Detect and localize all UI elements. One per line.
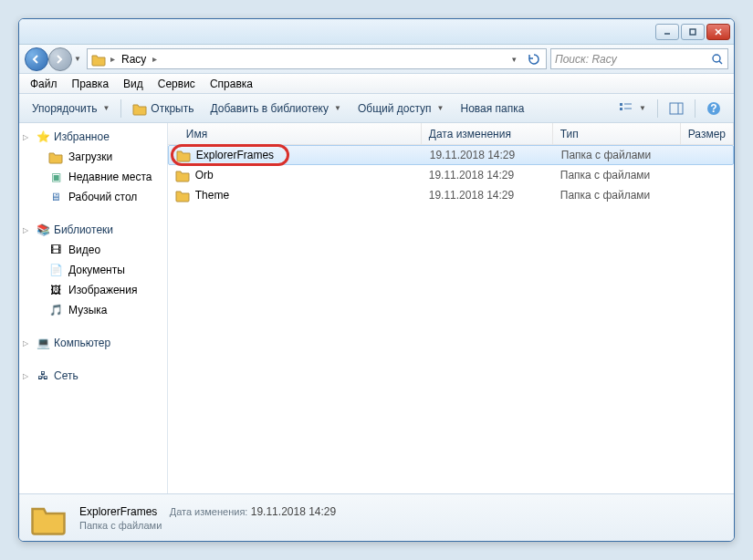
organize-button[interactable]: Упорядочить▼	[25, 99, 117, 118]
sidebar-item-music[interactable]: 🎵Музыка	[19, 300, 167, 320]
file-name: ExplorerFrames	[196, 149, 274, 161]
documents-icon: 📄	[48, 263, 63, 277]
table-row[interactable]: Orb19.11.2018 14:29Папка с файлами	[168, 165, 734, 185]
history-dropdown[interactable]: ▼	[72, 48, 83, 70]
details-pane: ExplorerFrames Дата изменения: 19.11.201…	[19, 493, 734, 541]
file-list: Имя Дата изменения Тип Размер ExplorerFr…	[168, 123, 734, 493]
pictures-icon: 🖼	[48, 283, 63, 297]
open-button[interactable]: Открыть	[125, 99, 201, 119]
add-library-button[interactable]: Добавить в библиотеку▼	[203, 99, 348, 118]
forward-button[interactable]	[48, 47, 72, 71]
computer-icon: 💻	[36, 336, 50, 350]
details-date: 19.11.2018 14:29	[251, 505, 336, 518]
libraries-icon: 📚	[36, 223, 50, 237]
sidebar-favorites-header[interactable]: ▷⭐Избранное	[19, 127, 167, 147]
sidebar-network-header[interactable]: ▷🖧Сеть	[19, 366, 167, 386]
svg-rect-4	[620, 103, 622, 106]
folder-icon	[175, 168, 190, 182]
minimize-button[interactable]	[655, 24, 679, 40]
file-type: Папка с файлами	[554, 149, 682, 161]
menu-help[interactable]: Справка	[203, 76, 260, 92]
desktop-icon: 🖥	[48, 190, 63, 204]
details-type: Папка с файлами	[79, 520, 336, 531]
view-icon	[619, 102, 633, 115]
search-placeholder: Поиск: Racy	[555, 53, 711, 66]
file-rows: ExplorerFrames19.11.2018 14:29Папка с фа…	[168, 145, 734, 493]
folder-icon	[175, 188, 190, 202]
recent-icon: ▣	[48, 170, 63, 184]
refresh-dropdown-icon[interactable]: ▾	[504, 55, 524, 64]
menu-file[interactable]: Файл	[23, 76, 65, 92]
help-button[interactable]: ?	[699, 99, 728, 119]
column-type[interactable]: Тип	[553, 123, 681, 144]
svg-rect-8	[670, 103, 683, 114]
star-icon: ⭐	[36, 130, 50, 144]
preview-pane-button[interactable]	[662, 99, 691, 118]
menu-tools[interactable]: Сервис	[151, 76, 203, 92]
file-name: Theme	[195, 189, 229, 202]
sidebar-item-desktop[interactable]: 🖥Рабочий стол	[19, 187, 167, 207]
file-date: 19.11.2018 14:29	[422, 169, 553, 181]
search-input[interactable]: Поиск: Racy	[550, 48, 728, 69]
main-area: ▷⭐Избранное Загрузки ▣Недавние места 🖥Ра…	[19, 123, 734, 493]
sidebar-item-documents[interactable]: 📄Документы	[19, 260, 167, 280]
column-date[interactable]: Дата изменения	[422, 123, 553, 144]
sidebar-libraries-header[interactable]: ▷📚Библиотеки	[19, 220, 167, 240]
search-icon	[711, 53, 724, 66]
table-row[interactable]: Theme19.11.2018 14:29Папка с файлами	[168, 185, 734, 205]
file-name: Orb	[195, 169, 214, 181]
svg-rect-1	[690, 29, 695, 35]
svg-rect-5	[620, 108, 622, 110]
folder-open-icon	[132, 101, 147, 116]
sidebar-item-downloads[interactable]: Загрузки	[19, 147, 167, 167]
downloads-icon	[48, 150, 63, 164]
column-size[interactable]: Размер	[681, 123, 734, 144]
music-icon: 🎵	[48, 303, 63, 317]
folder-icon	[176, 148, 191, 162]
breadcrumb-item[interactable]: Racy	[118, 53, 150, 66]
column-headers: Имя Дата изменения Тип Размер	[168, 123, 734, 145]
svg-point-2	[713, 55, 720, 62]
file-type: Папка с файлами	[553, 189, 681, 202]
details-date-label: Дата изменения:	[170, 506, 248, 517]
sidebar-item-pictures[interactable]: 🖼Изображения	[19, 280, 167, 300]
details-name: ExplorerFrames	[79, 505, 157, 518]
table-row[interactable]: ExplorerFrames19.11.2018 14:29Папка с фа…	[168, 145, 734, 165]
navigation-bar: ▼ ▸ Racy ▸ ▾ Поиск: Racy	[19, 45, 734, 74]
titlebar	[19, 19, 734, 45]
menu-bar: Файл Правка Вид Сервис Справка	[19, 74, 734, 94]
column-name[interactable]: Имя	[168, 123, 422, 144]
details-folder-icon	[30, 500, 67, 536]
svg-line-3	[719, 61, 722, 64]
folder-icon	[91, 52, 106, 67]
sidebar-computer-header[interactable]: ▷💻Компьютер	[19, 333, 167, 353]
back-button[interactable]	[25, 47, 48, 71]
new-folder-button[interactable]: Новая папка	[453, 99, 531, 118]
menu-edit[interactable]: Правка	[65, 76, 117, 92]
sidebar-item-video[interactable]: 🎞Видео	[19, 240, 167, 260]
preview-icon	[669, 102, 684, 115]
video-icon: 🎞	[48, 243, 63, 257]
explorer-window: ▼ ▸ Racy ▸ ▾ Поиск: Racy Файл Правка Вид…	[18, 18, 735, 542]
share-button[interactable]: Общий доступ▼	[350, 99, 452, 118]
refresh-icon[interactable]	[524, 53, 544, 66]
file-date: 19.11.2018 14:29	[423, 149, 554, 161]
file-date: 19.11.2018 14:29	[422, 189, 553, 202]
maximize-button[interactable]	[681, 24, 705, 40]
file-type: Папка с файлами	[553, 169, 681, 181]
view-options-button[interactable]: ▼	[612, 99, 654, 118]
svg-text:?: ?	[710, 102, 716, 115]
network-icon: 🖧	[36, 368, 50, 383]
help-icon: ?	[706, 101, 721, 116]
command-bar: Упорядочить▼ Открыть Добавить в библиоте…	[19, 94, 734, 123]
breadcrumb-separator-icon: ▸	[150, 54, 160, 64]
sidebar-item-recent[interactable]: ▣Недавние места	[19, 167, 167, 187]
breadcrumb-separator-icon: ▸	[108, 54, 118, 64]
menu-view[interactable]: Вид	[116, 76, 151, 92]
close-button[interactable]	[706, 24, 730, 40]
address-bar[interactable]: ▸ Racy ▸ ▾	[87, 48, 547, 69]
navigation-pane: ▷⭐Избранное Загрузки ▣Недавние места 🖥Ра…	[19, 123, 168, 493]
